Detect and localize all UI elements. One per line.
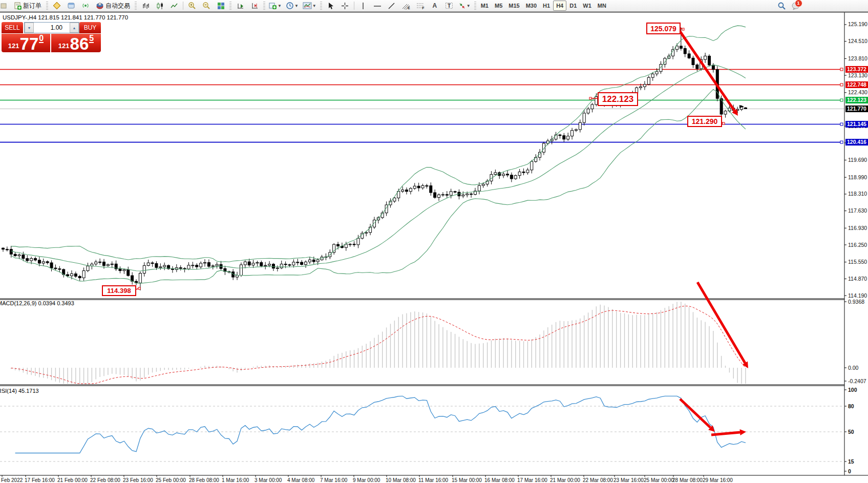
candle-up (651, 74, 654, 77)
hline-anchor-square (840, 99, 843, 101)
candle-up (438, 195, 440, 197)
price-callout-114.398: 114.398 (102, 285, 136, 296)
candle-down (470, 194, 473, 194)
candle-up (579, 122, 581, 130)
candle-down (46, 262, 49, 263)
candle-down (179, 268, 182, 268)
candle-up (526, 170, 529, 173)
buy-button[interactable]: BUY (79, 22, 101, 33)
rsi-axis-label: 50 (848, 429, 854, 435)
macd-indicator-label: MACD(12,26,9) 0.0394 0.3493 (0, 300, 74, 306)
macd-axis-label: -0.2407 (848, 378, 866, 384)
volume-spinner[interactable]: ▼ 1.00 ▲ (24, 22, 79, 33)
price-axis-label: 118.990 (848, 174, 867, 180)
candle-down (78, 276, 81, 278)
time-axis-label: 25 Feb 00:00 (156, 477, 186, 483)
candle-down (10, 249, 12, 255)
candle-up (82, 271, 85, 278)
candle-up (704, 56, 707, 59)
candle-down (434, 193, 436, 197)
hline-anchor-square (840, 123, 843, 125)
candle-up (535, 157, 537, 161)
price-axis-label: 116.930 (848, 225, 867, 231)
price-callout-121.290: 121.290 (687, 116, 722, 127)
hline-anchor-square (840, 83, 843, 86)
rsi-axis-label: 100 (848, 387, 857, 393)
one-click-trading-panel: SELL ▼ 1.00 ▲ BUY 121 77 0 121 86 5 (2, 22, 101, 51)
time-axis-label: 17 Mar 16:00 (517, 477, 547, 483)
volume-decrease-button[interactable]: ▼ (25, 23, 34, 33)
candle-up (292, 262, 295, 265)
time-axis-label: 29 Mar 16:00 (703, 477, 733, 483)
time-axis-label: 21 Feb 00:00 (57, 477, 88, 483)
buy-price-button[interactable]: 121 86 5 (51, 34, 101, 52)
time-axis-label: 28 Mar 08:00 (672, 477, 703, 483)
candle-down (744, 108, 747, 109)
chart-ohlc-title: USDJPY-,H4 121.815 121.841 121.770 121.7… (3, 14, 128, 20)
candle-up (567, 136, 569, 139)
buy-price-whole: 121 (58, 42, 70, 50)
candle-up (204, 263, 206, 263)
candle-up (514, 176, 517, 179)
candle-down (103, 262, 105, 265)
candle-down (510, 175, 513, 179)
price-tag-label: 120.416 (847, 139, 866, 145)
candle-up (478, 185, 480, 191)
candle-down (22, 255, 25, 258)
candle-down (260, 262, 263, 266)
time-axis-label: 4 Mar 08:00 (287, 477, 315, 483)
candle-down (207, 263, 210, 267)
candle-up (494, 173, 497, 175)
candle-up (502, 174, 505, 176)
candle-down (151, 263, 154, 263)
callout-anchor (589, 97, 591, 99)
candle-down (171, 269, 174, 269)
candle-up (365, 233, 368, 233)
price-axis-label: 117.630 (848, 207, 867, 214)
macd-axis-label: 0.00 (848, 365, 859, 371)
candle-down (58, 269, 61, 269)
time-axis-label: 7 Mar 16:00 (320, 477, 348, 483)
candle-up (571, 131, 574, 136)
candle-up (42, 262, 45, 263)
candle-up (95, 262, 97, 264)
candle-down (196, 265, 198, 267)
candle-up (139, 273, 141, 283)
candle-up (587, 109, 589, 113)
price-axis-label: 119.690 (848, 157, 867, 163)
candle-up (409, 188, 412, 192)
sell-button[interactable]: SELL (2, 22, 23, 33)
candle-up (413, 186, 416, 188)
chart-canvas[interactable]: 125.190124.510123.810123.130122.430121.0… (0, 0, 868, 483)
price-callout-125.079: 125.079 (646, 23, 681, 34)
price-tag-label: 123.372 (847, 66, 866, 72)
price-axis-label: 118.310 (848, 191, 867, 197)
price-axis-label: 123.810 (848, 55, 867, 61)
rsi-axis-label: 80 (848, 403, 854, 409)
candle-up (111, 264, 113, 264)
candle-down (430, 186, 432, 193)
candle-up (308, 260, 311, 262)
candle-up (724, 111, 727, 114)
candle-up (192, 265, 194, 266)
candle-up (466, 194, 469, 195)
sell-price-button[interactable]: 121 77 0 (2, 34, 50, 52)
candle-up (349, 244, 351, 245)
chart-background[interactable] (0, 12, 868, 483)
candle-down (417, 186, 420, 188)
volume-increase-button[interactable]: ▲ (70, 23, 79, 33)
candle-down (522, 172, 525, 173)
candle-down (506, 174, 509, 175)
volume-value[interactable]: 1.00 (34, 23, 70, 33)
candle-down (312, 260, 315, 262)
candle-up (200, 263, 202, 267)
candle-down (301, 262, 303, 264)
candle-up (583, 113, 585, 122)
candle-down (74, 274, 77, 277)
candle-up (450, 192, 452, 195)
candle-down (54, 268, 57, 269)
price-axis-label: 114.190 (848, 292, 867, 299)
candle-up (268, 264, 271, 265)
candle-up (216, 264, 218, 266)
hline-anchor-square (840, 141, 843, 143)
